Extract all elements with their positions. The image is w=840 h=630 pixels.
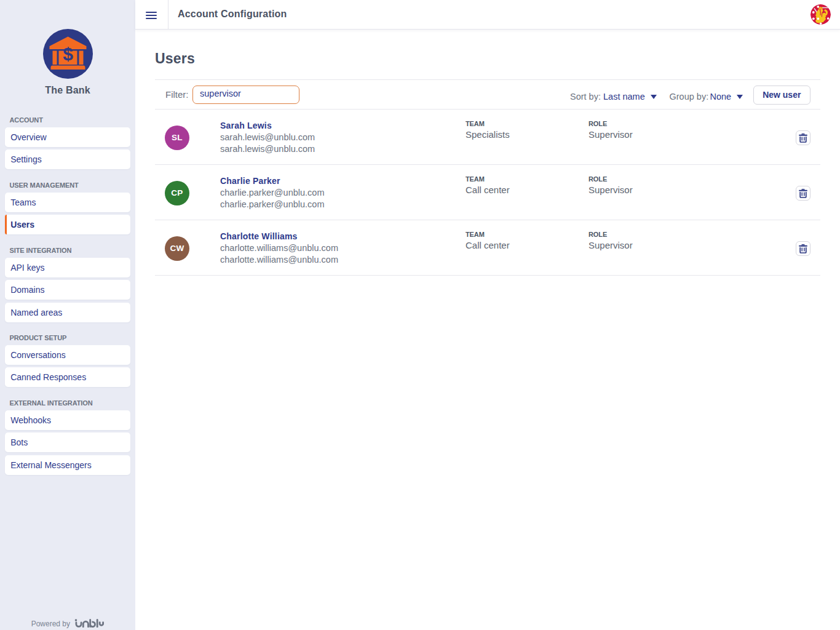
svg-text:$: $ xyxy=(63,44,73,64)
